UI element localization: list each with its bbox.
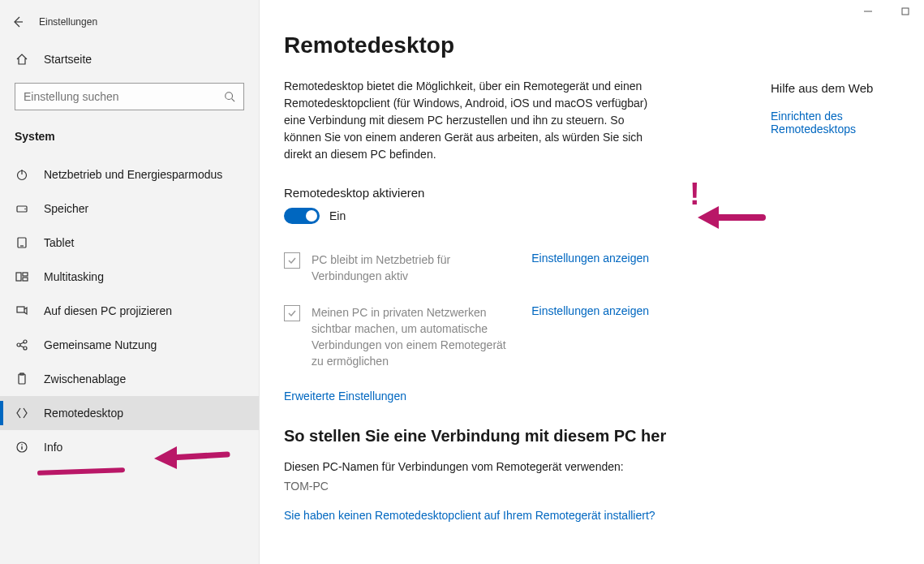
sidebar-item-clipboard[interactable]: Zwischenablage — [0, 362, 259, 396]
sidebar-item-info[interactable]: Info — [0, 430, 259, 464]
search-input[interactable] — [24, 90, 217, 103]
multitasking-icon — [15, 269, 29, 284]
maximize-button[interactable] — [887, 0, 924, 23]
sidebar-item-label: Multitasking — [44, 270, 104, 283]
sidebar-home-label: Startseite — [44, 53, 92, 66]
option-keep-awake-link[interactable]: Einstellungen anzeigen — [531, 252, 649, 265]
checkbox-discoverable[interactable] — [284, 305, 300, 321]
svg-line-17 — [20, 346, 24, 347]
toggle-row: Ein — [284, 208, 722, 224]
page-title: Remotedesktop — [284, 32, 722, 58]
help-title: Hilfe aus dem Web — [771, 81, 892, 95]
help-pane: Hilfe aus dem Web Einrichten des Remoted… — [771, 32, 892, 564]
sidebar-item-label: Gemeinsame Nutzung — [44, 338, 157, 351]
sidebar-item-power[interactable]: Netzbetrieb und Energiesparmodus — [0, 157, 259, 192]
sidebar: Einstellungen Startseite System Netzbetr… — [0, 0, 260, 564]
svg-rect-18 — [19, 374, 25, 384]
svg-rect-9 — [16, 273, 21, 281]
sidebar-item-label: Tablet — [44, 236, 74, 249]
sidebar-item-label: Info — [44, 441, 62, 454]
sidebar-item-label: Zwischenablage — [44, 372, 126, 385]
option-keep-awake-row: PC bleibt im Netzbetrieb für Verbindunge… — [284, 252, 649, 285]
minimize-button[interactable] — [849, 0, 887, 23]
sidebar-item-label: Auf diesen PC projizieren — [44, 304, 172, 317]
sidebar-item-label: Remotedesktop — [44, 407, 123, 420]
svg-point-1 — [226, 93, 233, 100]
advanced-settings-link[interactable]: Erweiterte Einstellungen — [284, 390, 722, 403]
connect-heading: So stellen Sie eine Verbindung mit diese… — [284, 427, 722, 446]
storage-icon — [15, 201, 29, 216]
app-title: Einstellungen — [39, 16, 97, 28]
home-icon — [15, 52, 29, 67]
svg-rect-26 — [902, 8, 909, 15]
svg-point-13 — [17, 343, 20, 347]
sidebar-home[interactable]: Startseite — [0, 42, 259, 76]
option-discoverable-row: Meinen PC in privaten Netzwerken sichtba… — [284, 304, 649, 370]
main: Remotedesktop Remotedesktop bietet die M… — [260, 0, 924, 564]
content: Remotedesktop Remotedesktop bietet die M… — [284, 32, 722, 564]
clipboard-icon — [15, 372, 29, 386]
search-box[interactable] — [15, 83, 244, 110]
pc-name: TOM-PC — [284, 480, 722, 493]
sidebar-nav-list: Netzbetrieb und Energiesparmodus Speiche… — [0, 157, 259, 464]
enable-toggle[interactable] — [284, 208, 320, 224]
sidebar-item-sharing[interactable]: Gemeinsame Nutzung — [0, 328, 259, 362]
svg-point-6 — [24, 209, 26, 210]
option-discoverable-link[interactable]: Einstellungen anzeigen — [531, 304, 649, 317]
page-description: Remotedesktop bietet die Möglichkeit, üb… — [284, 78, 657, 163]
svg-rect-10 — [23, 273, 28, 276]
svg-point-15 — [24, 347, 27, 350]
option-discoverable-text: Meinen PC in privaten Netzwerken sichtba… — [312, 304, 520, 370]
svg-point-22 — [21, 444, 23, 446]
sidebar-section-header: System — [0, 122, 259, 157]
enable-label: Remotedesktop aktivieren — [284, 186, 722, 200]
noclient-link[interactable]: Sie haben keinen Remotedesktopclient auf… — [284, 509, 722, 522]
project-icon — [15, 304, 29, 318]
sidebar-item-tablet[interactable]: Tablet — [0, 226, 259, 260]
search-icon — [224, 91, 235, 102]
remotedesktop-icon — [15, 406, 29, 420]
svg-line-16 — [20, 342, 24, 344]
titlebar: Einstellungen — [0, 6, 259, 42]
sidebar-item-remotedesktop[interactable]: Remotedesktop — [0, 396, 259, 430]
svg-rect-11 — [23, 278, 28, 281]
sidebar-item-label: Speicher — [44, 202, 88, 215]
sidebar-item-label: Netzbetrieb und Energiesparmodus — [44, 168, 222, 181]
svg-line-2 — [232, 99, 235, 102]
checkbox-keep-awake[interactable] — [284, 252, 300, 269]
svg-rect-12 — [17, 307, 24, 312]
pc-name-label: Diesen PC-Namen für Verbindungen vom Rem… — [284, 460, 722, 473]
sidebar-item-project[interactable]: Auf diesen PC projizieren — [0, 294, 259, 328]
sidebar-item-storage[interactable]: Speicher — [0, 192, 259, 226]
share-icon — [15, 338, 29, 352]
option-keep-awake-text: PC bleibt im Netzbetrieb für Verbindunge… — [312, 252, 520, 285]
toggle-state: Ein — [329, 209, 346, 222]
help-link-setup[interactable]: Einrichten des Remotedesktops — [771, 110, 892, 136]
power-icon — [15, 167, 29, 182]
info-icon — [15, 440, 29, 454]
back-button[interactable] — [0, 10, 36, 34]
window-controls — [849, 0, 924, 23]
annotation-underline — [37, 467, 125, 476]
sidebar-item-multitasking[interactable]: Multitasking — [0, 260, 259, 294]
svg-point-14 — [24, 340, 27, 343]
tablet-icon — [15, 235, 29, 250]
